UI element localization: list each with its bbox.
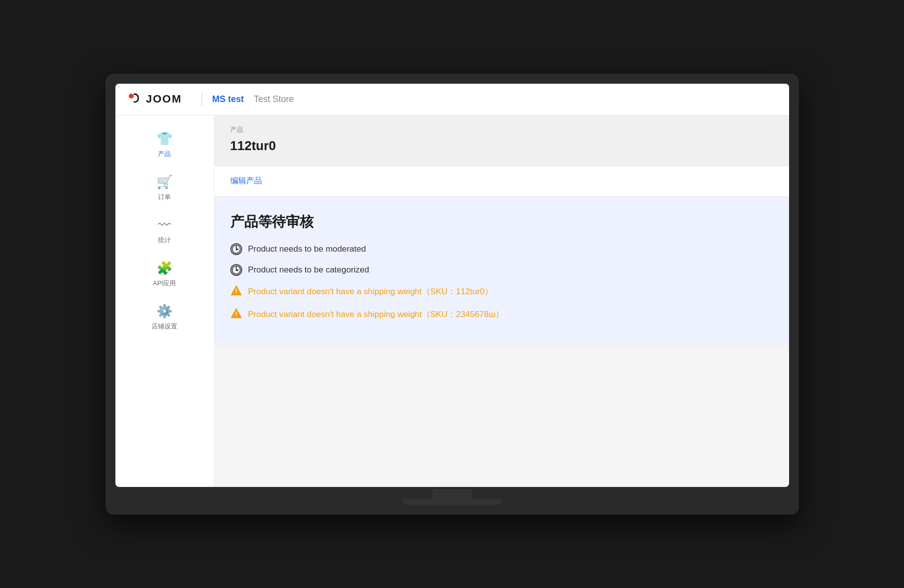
content-area: 产品 112tur0 编辑产品 产品等待审核 <box>214 115 789 487</box>
page-title: 112tur0 <box>230 138 773 154</box>
svg-point-1 <box>232 245 240 253</box>
warning-text-sku1: Product variant doesn't have a shipping … <box>248 286 493 297</box>
edit-product-link[interactable]: 编辑产品 <box>230 176 262 185</box>
clock-icon-moderated <box>230 243 242 255</box>
sidebar-item-orders[interactable]: 🛒 订单 <box>115 166 214 210</box>
settings-icon: ⚙️ <box>157 304 172 319</box>
stats-icon: 〰 <box>158 217 171 233</box>
sidebar-label-orders: 订单 <box>158 193 171 202</box>
page-header: 产品 112tur0 <box>214 115 789 166</box>
sidebar: 👕 产品 🛒 订单 〰 统计 🧩 API应用 ⚙️ 店铺设置 <box>115 115 214 487</box>
sidebar-item-api[interactable]: 🧩 API应用 <box>115 253 214 296</box>
orders-icon: 🛒 <box>157 174 172 190</box>
warning-item-sku2: ! Product variant doesn't have a shippin… <box>230 308 773 321</box>
warning-icon-sku2: ! <box>230 308 242 321</box>
sidebar-item-products[interactable]: 👕 产品 <box>115 123 214 166</box>
warning-item-sku1: ! Product variant doesn't have a shippin… <box>230 285 773 299</box>
header-ms-test[interactable]: MS test <box>212 94 244 105</box>
status-text-moderated: Product needs to be moderated <box>248 244 366 254</box>
sidebar-label-stats: 统计 <box>158 236 171 245</box>
status-item-moderated: Product needs to be moderated <box>230 243 773 255</box>
sidebar-item-stats[interactable]: 〰 统计 <box>115 210 214 253</box>
stand-neck <box>432 489 472 499</box>
header-divider <box>202 92 202 106</box>
status-text-categorized: Product needs to be categorized <box>248 265 370 275</box>
status-title: 产品等待审核 <box>230 213 773 231</box>
joom-logo-icon <box>127 92 141 106</box>
sidebar-label-api: API应用 <box>153 279 176 288</box>
logo-text: JOOM <box>146 93 182 106</box>
screen: JOOM MS test Test Store 👕 产品 🛒 订单 〰 统 <box>115 84 789 487</box>
header: JOOM MS test Test Store <box>115 84 789 115</box>
svg-text:!: ! <box>235 310 237 318</box>
stand-base <box>403 499 502 505</box>
content-body: 编辑产品 产品等待审核 <box>214 166 789 346</box>
main-layout: 👕 产品 🛒 订单 〰 统计 🧩 API应用 ⚙️ 店铺设置 <box>115 115 789 487</box>
header-store: Test Store <box>254 94 294 105</box>
monitor-stand <box>115 489 789 505</box>
sidebar-label-products: 产品 <box>158 150 171 159</box>
status-item-categorized: Product needs to be categorized <box>230 264 773 276</box>
sidebar-label-settings: 店铺设置 <box>152 322 177 331</box>
edit-section: 编辑产品 <box>214 166 789 197</box>
logo-area: JOOM <box>127 92 182 106</box>
monitor-frame: JOOM MS test Test Store 👕 产品 🛒 订单 〰 统 <box>106 74 799 515</box>
products-icon: 👕 <box>157 131 172 147</box>
sidebar-item-settings[interactable]: ⚙️ 店铺设置 <box>115 296 214 339</box>
svg-point-0 <box>129 94 134 99</box>
breadcrumb: 产品 <box>230 125 773 134</box>
status-section: 产品等待审核 Product needs to be moderated <box>214 197 789 346</box>
warning-text-sku2: Product variant doesn't have a shipping … <box>248 309 504 320</box>
svg-point-4 <box>232 266 240 273</box>
api-icon: 🧩 <box>157 261 172 276</box>
svg-text:!: ! <box>235 287 237 295</box>
warning-icon-sku1: ! <box>230 285 242 299</box>
clock-icon-categorized <box>230 264 242 276</box>
